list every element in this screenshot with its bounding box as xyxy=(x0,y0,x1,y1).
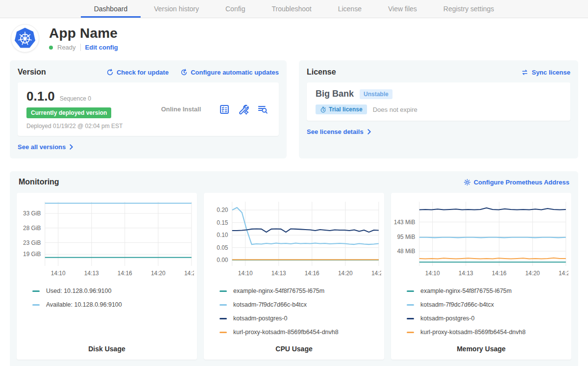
deployed-timestamp: Deployed 01/19/22 @ 02:04 pm EST xyxy=(26,123,143,130)
cpu-usage-title: CPU Usage xyxy=(207,345,381,353)
svg-text:0.05: 0.05 xyxy=(217,244,228,251)
wrench-gear-icon xyxy=(238,104,249,115)
install-type-label: Online Install xyxy=(143,105,219,113)
svg-text:0.10: 0.10 xyxy=(217,232,228,238)
current-version-box: 0.1.0 Sequence 0 Currently deployed vers… xyxy=(18,82,279,136)
legend-swatch xyxy=(220,304,227,306)
legend-item: kotsadm-postgres-0 xyxy=(220,312,381,325)
status-label: Ready xyxy=(57,44,76,51)
disk-usage-title: Disk Usage xyxy=(20,345,194,353)
cpu-usage-card: 0.200.150.100.050.0014:1014:1314:1614:20… xyxy=(204,193,384,360)
svg-text:14:10: 14:10 xyxy=(238,270,253,277)
svg-text:48 MiB: 48 MiB xyxy=(397,248,415,255)
svg-text:23 GiB: 23 GiB xyxy=(23,239,41,246)
chevron-right-icon xyxy=(69,144,74,150)
legend-label: kotsadm-7f9dc7d66c-b4tcx xyxy=(420,301,494,308)
disk-usage-chart: 33 GiB28 GiB23 GiB19 GiB14:1014:1314:161… xyxy=(20,198,194,280)
svg-text:14:23: 14:23 xyxy=(371,270,381,277)
svg-text:14:10: 14:10 xyxy=(425,270,440,277)
check-for-update-link[interactable]: Check for update xyxy=(106,69,169,76)
svg-text:14:16: 14:16 xyxy=(492,270,507,277)
see-license-details-link[interactable]: See license details xyxy=(307,128,372,135)
app-logo xyxy=(11,24,39,52)
legend-item: kotsadm-7f9dc7d66c-b4tcx xyxy=(407,298,568,312)
legend-label: kurl-proxy-kotsadm-8569fb6454-dnvh8 xyxy=(233,329,339,336)
svg-text:14:16: 14:16 xyxy=(305,270,319,277)
logs-search-icon xyxy=(257,104,268,115)
license-card-title: License xyxy=(307,68,336,77)
legend-label: kurl-proxy-kotsadm-8569fb6454-dnvh8 xyxy=(420,329,526,336)
cpu-usage-legend: example-nginx-54f8f76755-l675mkotsadm-7f… xyxy=(220,284,381,340)
svg-text:14:10: 14:10 xyxy=(51,270,66,277)
svg-text:19 GiB: 19 GiB xyxy=(23,251,41,258)
legend-label: kotsadm-postgres-0 xyxy=(233,315,287,322)
edit-config-values-button[interactable] xyxy=(238,104,249,115)
checklist-icon xyxy=(219,104,230,115)
configure-automatic-updates-link[interactable]: Configure automatic updates xyxy=(180,69,279,76)
license-type-badge: Trial license xyxy=(316,105,367,114)
edit-config-link[interactable]: Edit config xyxy=(85,44,118,51)
tab-config[interactable]: Config xyxy=(212,0,258,18)
svg-text:14:13: 14:13 xyxy=(271,270,286,277)
svg-text:28 GiB: 28 GiB xyxy=(23,225,41,232)
monitoring-section: Monitoring Configure Prometheus Address … xyxy=(10,171,578,366)
expiry-label: Does not expire xyxy=(373,106,417,113)
kubernetes-icon xyxy=(14,27,36,50)
svg-text:14:20: 14:20 xyxy=(151,270,166,277)
svg-text:14:13: 14:13 xyxy=(459,270,473,277)
divider xyxy=(80,44,81,51)
legend-label: example-nginx-54f8f76755-l675m xyxy=(233,288,324,294)
legend-label: kotsadm-postgres-0 xyxy=(420,315,474,322)
svg-text:14:13: 14:13 xyxy=(84,270,99,277)
tab-license[interactable]: License xyxy=(325,0,375,18)
legend-item: example-nginx-54f8f76755-l675m xyxy=(220,284,381,298)
legend-swatch xyxy=(32,290,40,292)
tab-view-files[interactable]: View files xyxy=(375,0,430,18)
version-card: Version Check for update Configure autom… xyxy=(10,60,287,158)
gear-icon xyxy=(464,179,471,186)
license-card: License Sync license Big Bank Unstable T… xyxy=(299,60,578,158)
customer-name: Big Bank xyxy=(316,89,354,99)
tab-registry-settings[interactable]: Registry settings xyxy=(430,0,507,18)
svg-text:143 MiB: 143 MiB xyxy=(394,219,416,226)
version-number: 0.1.0 xyxy=(26,89,55,104)
svg-text:0.15: 0.15 xyxy=(217,219,228,226)
sync-license-link[interactable]: Sync license xyxy=(521,69,570,76)
legend-item: kotsadm-postgres-0 xyxy=(407,312,568,325)
deployed-badge: Currently deployed version xyxy=(26,107,111,118)
app-name: App Name xyxy=(49,26,118,41)
memory-usage-title: Memory Usage xyxy=(394,345,568,353)
configure-prometheus-link[interactable]: Configure Prometheus Address xyxy=(464,179,569,186)
see-all-versions-link[interactable]: See all versions xyxy=(18,143,74,151)
legend-swatch xyxy=(220,318,227,319)
update-clock-icon xyxy=(180,69,188,76)
legend-label: kotsadm-7f9dc7d66c-b4tcx xyxy=(233,301,307,308)
tab-troubleshoot[interactable]: Troubleshoot xyxy=(258,0,324,18)
status-dot xyxy=(49,46,53,50)
app-header: App Name Ready Edit config xyxy=(0,18,588,55)
svg-text:14:20: 14:20 xyxy=(525,270,540,277)
tab-dashboard[interactable]: Dashboard xyxy=(81,0,141,18)
chevron-right-icon xyxy=(367,129,372,134)
refresh-icon xyxy=(106,69,114,76)
top-nav: Dashboard Version history Config Trouble… xyxy=(0,0,588,18)
legend-swatch xyxy=(407,304,414,306)
svg-text:95 MiB: 95 MiB xyxy=(397,234,415,240)
cards-row: Version Check for update Configure autom… xyxy=(0,55,588,158)
preflight-checks-button[interactable] xyxy=(219,104,230,115)
legend-swatch xyxy=(220,290,227,292)
memory-usage-legend: example-nginx-54f8f76755-l675mkotsadm-7f… xyxy=(407,284,568,340)
legend-item: kurl-proxy-kotsadm-8569fb6454-dnvh8 xyxy=(407,325,568,339)
legend-swatch xyxy=(407,318,414,319)
version-card-title: Version xyxy=(18,68,46,77)
svg-text:0.00: 0.00 xyxy=(217,257,228,263)
legend-item: example-nginx-54f8f76755-l675m xyxy=(407,284,568,298)
tab-version-history[interactable]: Version history xyxy=(141,0,212,18)
svg-text:14:16: 14:16 xyxy=(118,270,132,277)
view-deploy-logs-button[interactable] xyxy=(257,104,268,115)
version-sequence: Sequence 0 xyxy=(60,95,91,102)
stopwatch-icon xyxy=(320,106,326,113)
monitoring-title: Monitoring xyxy=(19,178,59,186)
memory-usage-card: 143 MiB95 MiB48 MiB14:1014:1314:1614:201… xyxy=(391,193,571,360)
legend-item: kurl-proxy-kotsadm-8569fb6454-dnvh8 xyxy=(220,325,381,339)
